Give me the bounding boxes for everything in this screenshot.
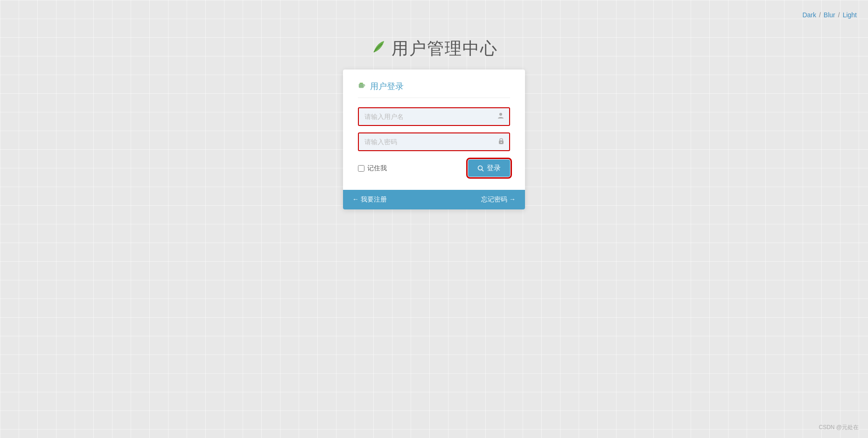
coffee-icon bbox=[358, 81, 366, 92]
login-card-wrapper: 用户登录 bbox=[0, 70, 868, 209]
svg-point-5 bbox=[478, 166, 483, 170]
login-search-icon bbox=[477, 165, 484, 172]
page-title-area: 用户管理中心 bbox=[0, 37, 868, 60]
register-link[interactable]: ← 我要注册 bbox=[352, 195, 387, 204]
password-input[interactable] bbox=[358, 132, 510, 151]
login-card-footer: ← 我要注册 忘记密码 → bbox=[343, 190, 525, 209]
login-card: 用户登录 bbox=[343, 70, 525, 209]
svg-line-6 bbox=[482, 169, 484, 171]
password-field-group bbox=[358, 132, 510, 151]
login-header: 用户登录 bbox=[358, 81, 510, 98]
svg-rect-0 bbox=[359, 83, 364, 88]
page-title: 用户管理中心 bbox=[392, 37, 498, 60]
svg-rect-1 bbox=[360, 83, 363, 83]
theme-blur-link[interactable]: Blur bbox=[824, 11, 835, 19]
login-button[interactable]: 登录 bbox=[468, 160, 510, 177]
login-title: 用户登录 bbox=[370, 81, 404, 92]
remember-me-checkbox[interactable] bbox=[358, 165, 364, 172]
remember-me-label[interactable]: 记住我 bbox=[358, 164, 387, 173]
username-field-group bbox=[358, 107, 510, 126]
forgot-password-link[interactable]: 忘记密码 → bbox=[481, 195, 516, 204]
theme-dark-link[interactable]: Dark bbox=[802, 11, 816, 19]
separator-2: / bbox=[838, 11, 840, 19]
theme-light-link[interactable]: Light bbox=[843, 11, 857, 19]
theme-switcher: Dark / Blur / Light bbox=[802, 11, 857, 19]
login-card-body: 用户登录 bbox=[343, 70, 525, 190]
remember-me-text: 记住我 bbox=[367, 164, 387, 173]
login-button-label: 登录 bbox=[487, 164, 501, 173]
separator-1: / bbox=[819, 11, 821, 19]
leaf-icon bbox=[370, 38, 387, 59]
form-actions: 记住我 登录 bbox=[358, 160, 510, 177]
username-input[interactable] bbox=[358, 107, 510, 126]
watermark: CSDN @元处在 bbox=[819, 424, 859, 431]
